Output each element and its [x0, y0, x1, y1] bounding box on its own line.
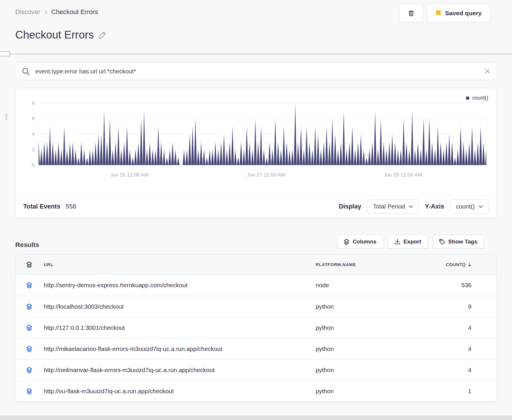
pencil-icon[interactable]	[98, 31, 106, 39]
url-cell[interactable]: http://mikaelacarino-flask-errors-m3uuiz…	[44, 345, 316, 352]
stack-icon[interactable]	[26, 282, 32, 288]
trash-icon	[408, 10, 415, 17]
svg-text:4: 4	[32, 131, 35, 137]
page-title-text: Checkout Errors	[15, 29, 94, 41]
column-header-platform[interactable]: PLATFORM.NAME	[316, 262, 413, 267]
count-cell: 536	[413, 282, 496, 289]
count-cell: 4	[413, 324, 496, 331]
stack-icon[interactable]	[26, 303, 32, 310]
column-header-url[interactable]: URL	[44, 262, 316, 267]
search-icon	[22, 68, 30, 75]
svg-text:6: 6	[32, 115, 35, 121]
panel-resize-handle[interactable]	[0, 51, 10, 56]
bookmark-icon	[436, 10, 441, 16]
results-actions: Columns Export Show Tags	[337, 235, 497, 249]
chevron-down-icon	[409, 205, 413, 208]
count-cell: 9	[413, 303, 496, 310]
url-cell[interactable]: http://neilmanvar-flask-errors-m3uuizd7i…	[44, 367, 316, 374]
display-label: Display	[339, 203, 361, 210]
count-cell: 4	[413, 367, 496, 374]
results-header-row: Results Columns Export	[15, 235, 497, 249]
page-title: Checkout Errors	[15, 29, 497, 41]
events-chart-card: count() Jun 25 12:00 AMJun 27 12:00 AMJu…	[15, 88, 497, 218]
url-cell[interactable]: http://localhost:3003/checkout	[44, 303, 316, 310]
events-chart-svg: Jun 25 12:00 AMJun 27 12:00 AMJun 29 12:…	[22, 102, 490, 180]
legend-label: count()	[472, 95, 488, 101]
svg-text:Jun 29 12:00 AM: Jun 29 12:00 AM	[384, 172, 422, 178]
stack-icon[interactable]	[26, 367, 32, 373]
stack-icon[interactable]	[26, 388, 32, 394]
saved-query-button[interactable]: Saved query	[427, 4, 490, 22]
stack-icon[interactable]	[26, 346, 32, 352]
total-events-value: 558	[66, 203, 76, 210]
platform-cell: python	[316, 324, 413, 331]
url-cell[interactable]: http://127.0.0.1:3001/checkout	[44, 324, 316, 331]
show-tags-button[interactable]: Show Tags	[433, 235, 484, 249]
yaxis-dropdown[interactable]: count()	[450, 199, 489, 214]
tag-icon	[439, 239, 445, 245]
results-heading: Results	[15, 241, 39, 249]
url-cell[interactable]: http://sentry-demos-express.herokuapp.co…	[44, 282, 316, 289]
download-icon	[394, 239, 400, 245]
export-button[interactable]: Export	[388, 235, 428, 249]
table-row: http://sentry-demos-express.herokuapp.co…	[16, 275, 496, 296]
svg-text:0: 0	[32, 162, 35, 168]
page-divider	[0, 54, 512, 54]
columns-label: Columns	[353, 238, 377, 245]
svg-text:2: 2	[32, 147, 35, 152]
chart-footer: Total Events558 Display Total Period Y-A…	[16, 195, 496, 218]
breadcrumb-discover[interactable]: Discover	[15, 8, 41, 16]
table-row: http://neilmanvar-flask-errors-m3uuizd7i…	[16, 359, 496, 380]
chevron-right-icon	[45, 10, 47, 14]
search-input[interactable]	[35, 68, 480, 75]
page-header: Discover Checkout Errors Saved query	[0, 0, 512, 54]
table-body: http://sentry-demos-express.herokuapp.co…	[16, 275, 496, 401]
breadcrumb-current: Checkout Errors	[51, 8, 98, 16]
search-bar	[15, 63, 497, 80]
platform-cell: node	[316, 282, 413, 289]
scrollbar-thumb[interactable]	[5, 113, 7, 120]
count-header-label: COUNT()	[446, 262, 466, 267]
total-events-label: Total Events	[23, 203, 60, 210]
bottom-strip	[0, 416, 512, 420]
platform-cell: python	[316, 388, 413, 395]
chevron-down-icon	[479, 205, 483, 208]
svg-text:Jun 25 12:00 AM: Jun 25 12:00 AM	[110, 172, 148, 178]
columns-button[interactable]: Columns	[337, 235, 383, 249]
platform-cell: python	[316, 367, 413, 374]
table-row: http://127.0.0.1:3001/checkoutpython4	[16, 317, 496, 338]
column-header-count[interactable]: COUNT()	[413, 262, 496, 267]
delete-query-button[interactable]	[399, 4, 423, 22]
total-events: Total Events558	[23, 203, 76, 210]
sort-arrow-down-icon	[468, 262, 471, 267]
table-header: URL PLATFORM.NAME COUNT()	[16, 255, 496, 275]
chart-legend[interactable]: count()	[16, 88, 496, 101]
results-table: URL PLATFORM.NAME COUNT() http://sentry-…	[15, 254, 497, 402]
table-row: http://mikaelacarino-flask-errors-m3uuiz…	[16, 338, 496, 359]
display-value: Total Period	[373, 203, 405, 210]
clear-search-icon[interactable]	[485, 69, 490, 74]
svg-text:Jun 27 12:00 AM: Jun 27 12:00 AM	[247, 172, 285, 178]
display-dropdown[interactable]: Total Period	[367, 199, 419, 214]
main-content: count() Jun 25 12:00 AMJun 27 12:00 AMJu…	[0, 63, 512, 402]
discover-page: Discover Checkout Errors Saved query	[0, 0, 512, 420]
stack-icon	[26, 261, 32, 268]
header-actions: Saved query	[399, 4, 490, 22]
legend-dot-icon	[466, 96, 469, 100]
stack-icon	[344, 239, 349, 245]
platform-cell: python	[316, 345, 413, 352]
yaxis-label: Y-Axis	[425, 203, 444, 210]
show-tags-label: Show Tags	[448, 238, 477, 245]
yaxis-value: count()	[456, 203, 475, 210]
export-label: Export	[404, 238, 421, 245]
chart-controls: Display Total Period Y-Axis count()	[339, 199, 489, 214]
table-row: http://localhost:3003/checkoutpython9	[16, 296, 496, 317]
svg-text:8: 8	[32, 102, 35, 106]
saved-query-label: Saved query	[445, 10, 482, 17]
url-cell[interactable]: http://vu-flask-m3uuizd7iq-uc.a.run.app/…	[44, 388, 316, 395]
table-row: http://vu-flask-m3uuizd7iq-uc.a.run.app/…	[16, 380, 496, 401]
stack-icon[interactable]	[26, 325, 32, 331]
count-cell: 4	[413, 345, 496, 352]
platform-cell: python	[316, 303, 413, 310]
count-cell: 1	[413, 388, 496, 395]
